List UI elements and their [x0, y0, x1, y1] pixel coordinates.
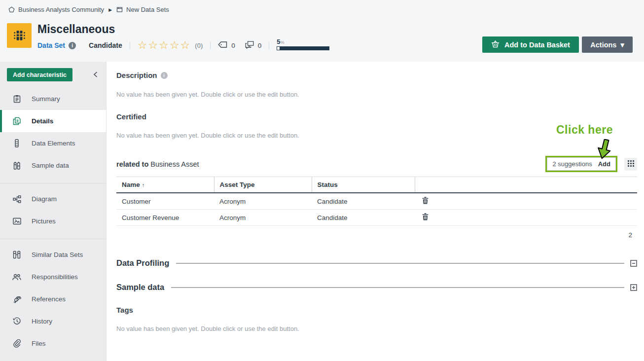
caret-down-icon: ▾ [620, 41, 624, 49]
column-header-name[interactable]: Name↑ [116, 177, 214, 193]
tag-icon [218, 41, 227, 49]
suggestions-count-label[interactable]: 2 suggestions [552, 160, 592, 168]
completeness-bar-fill [277, 47, 280, 50]
collapse-section-button[interactable] [630, 260, 637, 267]
sidebar-item-label: Responsibilities [32, 273, 78, 281]
sidebar-item-similar-data-sets[interactable]: Similar Data Sets [0, 244, 106, 266]
column-header-status[interactable]: Status [312, 177, 415, 193]
sidebar-item-history[interactable]: History [0, 310, 106, 332]
sidebar-item-references[interactable]: References [0, 288, 106, 310]
status-label: Candidate [89, 41, 122, 49]
sidebar-item-details[interactable]: Details [0, 110, 106, 132]
people-icon [12, 274, 21, 281]
sidebar-item-label: Similar Data Sets [32, 251, 83, 258]
completeness-percent: 5% [277, 38, 329, 46]
history-clock-icon [12, 317, 21, 325]
cell-asset-type: Acronym [214, 193, 312, 210]
comments-icon [245, 41, 254, 50]
sidebar-item-label: Pictures [32, 217, 56, 225]
link-icon [12, 295, 21, 303]
cell-asset-type: Acronym [214, 210, 312, 226]
asset-type-link[interactable]: Data Set [37, 41, 65, 49]
sidebar: Add characteristic Summary Details [0, 62, 107, 361]
data-profiling-section: Data Profiling [116, 258, 637, 268]
breadcrumb-separator-icon: ▶ [108, 7, 112, 12]
sidebar-item-responsibilities[interactable]: Responsibilities [0, 266, 106, 288]
sidebar-item-label: History [32, 318, 52, 325]
breadcrumb-community[interactable]: Business Analysts Community [18, 6, 104, 13]
add-to-data-basket-label: Add to Data Basket [504, 41, 570, 49]
table-settings-button[interactable] [624, 158, 637, 171]
cell-name[interactable]: Customer Revenue [116, 210, 214, 226]
table-row-count: 2 [116, 231, 637, 239]
delete-row-button[interactable] [420, 197, 429, 204]
diagram-icon [12, 195, 21, 203]
sidebar-item-data-elements[interactable]: Data Elements [0, 132, 106, 154]
picture-icon [12, 217, 21, 225]
column-header-actions [415, 177, 637, 193]
collapse-sidebar-icon[interactable] [90, 70, 100, 79]
breadcrumb: Business Analysts Community ▶ New Data S… [8, 6, 169, 13]
comments-counter[interactable]: 0 [245, 41, 262, 50]
sidebar-item-pictures[interactable]: Pictures [0, 210, 106, 232]
expand-section-button[interactable] [630, 284, 637, 291]
comments-count: 0 [258, 42, 262, 49]
actions-button[interactable]: Actions ▾ [582, 36, 633, 53]
actions-label: Actions [590, 41, 616, 49]
cell-status: Candidate [312, 210, 415, 226]
description-section-title: Description i [116, 71, 637, 79]
basket-icon [491, 40, 500, 49]
add-to-data-basket-button[interactable]: Add to Data Basket [482, 36, 579, 53]
data-profiling-title: Data Profiling [116, 258, 169, 268]
sidebar-item-files[interactable]: Files [0, 332, 106, 355]
annotation-arrow-icon [592, 139, 617, 163]
data-set-icon [7, 23, 32, 48]
sidebar-item-label: Sample data [32, 162, 69, 169]
page-title: Miscellaneous [37, 23, 115, 36]
add-characteristic-button[interactable]: Add characteristic [7, 68, 72, 81]
section-rule [171, 287, 624, 288]
section-rule [176, 263, 624, 264]
tags-empty-value[interactable]: No value has been given yet. Double clic… [116, 325, 637, 332]
domain-icon [116, 6, 123, 13]
tags-section-title: Tags [116, 306, 637, 314]
related-assets-table: Name↑ Asset Type Status Customer Acronym… [116, 177, 637, 226]
sample-data-section: Sample data [116, 283, 637, 292]
sidebar-item-diagram[interactable]: Diagram [0, 188, 106, 210]
cell-name[interactable]: Customer [116, 193, 214, 210]
completeness-indicator: 5% [277, 38, 329, 50]
column-icon [12, 139, 21, 147]
info-icon[interactable]: i [161, 72, 168, 79]
paperclip-icon [12, 339, 21, 348]
sidebar-item-summary[interactable]: Summary [0, 88, 106, 110]
divider [130, 42, 130, 49]
sidebar-item-label: Data Elements [32, 140, 75, 147]
sidebar-item-label: Details [32, 117, 53, 125]
divider [210, 42, 211, 49]
description-empty-value[interactable]: No value has been given yet. Double clic… [116, 91, 637, 98]
sidebar-item-label: Files [32, 340, 46, 347]
rating-stars[interactable]: ☆☆☆☆☆ [138, 40, 191, 51]
table-row: Customer Acronym Candidate [116, 193, 637, 210]
related-section-header: related to Business Asset 2 suggestions … [116, 156, 637, 172]
asset-page: Business Analysts Community ▶ New Data S… [0, 0, 644, 361]
certified-section-title: Certified [116, 112, 637, 121]
related-section-title: related to Business Asset [116, 160, 199, 168]
clipboard-icon [12, 95, 21, 103]
breadcrumb-domain[interactable]: New Data Sets [126, 6, 169, 13]
sidebar-item-label: Diagram [32, 195, 57, 203]
rating-count: (0) [195, 42, 203, 49]
page-header: Business Analysts Community ▶ New Data S… [0, 0, 644, 62]
cell-status: Candidate [312, 193, 415, 210]
main-content: Description i No value has been given ye… [107, 62, 644, 361]
sidebar-divider [0, 239, 106, 239]
sample-data-title: Sample data [116, 283, 164, 292]
table-row: Customer Revenue Acronym Candidate [116, 210, 637, 226]
tags-counter[interactable]: 0 [218, 41, 235, 49]
completeness-bar [277, 46, 329, 50]
sort-asc-icon: ↑ [142, 182, 145, 188]
info-icon[interactable]: i [69, 42, 76, 49]
sidebar-item-sample-data[interactable]: Sample data [0, 154, 106, 177]
delete-row-button[interactable] [420, 213, 429, 220]
column-header-asset-type[interactable]: Asset Type [214, 177, 312, 193]
